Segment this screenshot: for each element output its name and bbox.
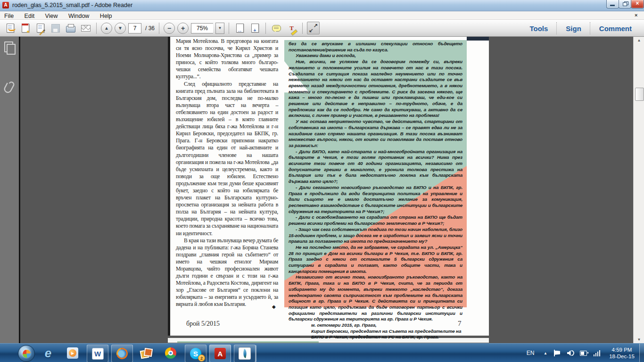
page-thumbnails-button[interactable]	[0, 37, 19, 60]
down-arrow-icon: ▼	[118, 25, 123, 31]
article-left-column: Мария Мотейлова. В предговора на книгата…	[176, 38, 278, 308]
menu-window[interactable]: Window	[64, 12, 93, 19]
fit-width-button[interactable]: ↔	[233, 22, 246, 35]
menu-help[interactable]: Help	[96, 12, 116, 19]
sticky-note-button[interactable]	[270, 22, 283, 35]
zoom-level-input[interactable]: 75%	[191, 23, 213, 33]
menu-bar: File Edit View Window Help ×	[0, 11, 644, 20]
highlight-text-button[interactable]: T	[285, 22, 298, 35]
fill-sign-button[interactable]	[34, 22, 47, 35]
window-titlebar[interactable]: A roden_glas_5.2015_small.pdf - Adobe Re…	[0, 0, 644, 11]
article-paragraph: Мария Мотейлова. В предговора на книгата…	[176, 38, 278, 81]
battery-icon[interactable]	[577, 344, 589, 362]
fit-width-icon: ↔	[236, 24, 244, 33]
taskbar-media-player[interactable]: ▶	[62, 345, 83, 362]
previous-page-button[interactable]: ▲	[101, 23, 112, 34]
cropped-photo-edge	[467, 37, 489, 41]
open-file-icon	[7, 24, 14, 33]
letter-color-block: без да се впускаме в излишни спекулации …	[284, 40, 467, 307]
taskbar-skype[interactable]: S 2	[185, 345, 206, 362]
taskbar-photoshop[interactable]	[234, 345, 256, 362]
volume-icon[interactable]	[564, 344, 576, 362]
fit-page-button[interactable]: +	[248, 22, 261, 35]
toolbar-separator	[96, 23, 97, 34]
page-total-label: / 36	[145, 25, 155, 32]
window-title: roden_glas_5.2015_small.pdf - Adobe Read…	[12, 2, 132, 8]
show-desktop-button[interactable]	[639, 344, 644, 362]
tools-panel-tabs: Tools Sign Comment	[521, 20, 640, 37]
tray-expand-arrow[interactable]: ▲	[540, 344, 551, 362]
toolbar-close-icon[interactable]: ×	[635, 12, 637, 18]
zoom-in-button[interactable]: +	[177, 23, 189, 34]
firefox-icon	[115, 346, 130, 362]
email-button[interactable]	[79, 22, 92, 35]
sticky-note-icon	[272, 25, 281, 32]
article-paragraph: В края на тази вълнуваща вечер думата бе…	[176, 237, 278, 308]
language-indicator[interactable]: EN	[522, 344, 538, 362]
network-signal-icon[interactable]	[590, 344, 603, 362]
menu-view[interactable]: View	[41, 12, 62, 19]
letter-paragraph: - Защо чак сега собственикът повдига по …	[289, 227, 462, 245]
chevron-down-icon: ▼	[218, 26, 222, 30]
taskbar-photo-viewer[interactable]	[136, 345, 157, 362]
internet-explorer-icon: e	[45, 346, 51, 361]
create-pdf-icon: ★	[22, 24, 29, 33]
sign-tab[interactable]: Sign	[557, 25, 590, 33]
taskbar-internet-explorer[interactable]: e	[38, 345, 58, 362]
letter-paragraph: - Дали с освобождаването на сградата от …	[289, 214, 462, 226]
page-number-input[interactable]: 7	[128, 23, 141, 33]
paperclip-icon	[4, 80, 15, 94]
clock-date: 18-Dec-15	[609, 353, 635, 360]
fullscreen-button[interactable]: ↗ ↙	[307, 22, 320, 34]
open-file-button[interactable]	[4, 22, 17, 35]
pdf-page: Мария Мотейлова. В предговора на книгата…	[168, 37, 489, 336]
comment-tab[interactable]: Comment	[591, 25, 640, 33]
letter-paragraph: без да се впускаме в излишни спекулации …	[289, 41, 462, 53]
letter-signature: Кирил Беровски, председател на Съвета на…	[311, 329, 462, 340]
issue-label: брой 5/2015	[186, 320, 220, 328]
toolbar-separator	[302, 23, 303, 34]
minimize-icon	[610, 5, 615, 6]
close-button[interactable]: ×	[631, 0, 644, 8]
scroll-down-icon[interactable]: ▼	[634, 337, 644, 342]
zoom-out-button[interactable]: −	[164, 23, 175, 34]
fullscreen-icon: ↗	[314, 23, 318, 28]
media-player-icon: ▶	[67, 347, 78, 359]
restore-button[interactable]	[619, 0, 631, 8]
zoom-dropdown-button[interactable]: ▼	[215, 23, 224, 34]
letter-date-line: м. октомври 2015, гр. Прага,	[311, 322, 462, 329]
letter-paragraph: Ние, всички, не успяхме да се договорим …	[289, 59, 462, 119]
up-arrow-icon: ▲	[104, 25, 109, 31]
action-center-icon[interactable]	[552, 344, 563, 362]
next-page-button[interactable]: ▼	[115, 23, 126, 34]
start-button[interactable]	[18, 345, 35, 362]
toolbar-separator	[265, 23, 266, 34]
attachments-button[interactable]	[4, 80, 15, 96]
minimize-button[interactable]	[606, 0, 619, 8]
windows-logo-icon	[22, 349, 31, 358]
windows-taskbar: e ▶ W S 2 A EN ▲	[0, 343, 644, 362]
pane-divider[interactable]	[19, 37, 20, 343]
vertical-scrollbar[interactable]: ▲ ▼	[633, 37, 644, 343]
print-icon	[66, 26, 75, 33]
print-button[interactable]	[64, 22, 77, 35]
save-button[interactable]	[49, 22, 62, 35]
tools-tab[interactable]: Tools	[521, 25, 556, 33]
menu-edit[interactable]: Edit	[20, 12, 39, 19]
taskbar-word[interactable]: W	[87, 345, 108, 362]
taskbar-firefox[interactable]	[111, 345, 133, 362]
close-icon: ×	[636, 0, 639, 7]
article-paragraph: След официалното представяне на книгата …	[176, 81, 278, 237]
create-pdf-button[interactable]: ★	[19, 22, 32, 35]
taskbar-adobe-reader[interactable]: A	[209, 345, 231, 362]
word-icon: W	[92, 348, 104, 360]
navigation-pane	[0, 37, 19, 343]
scroll-up-icon[interactable]: ▲	[634, 38, 644, 42]
fill-sign-icon	[37, 24, 44, 33]
chrome-icon	[165, 347, 176, 359]
taskbar-clock[interactable]: 4:59 PM 18-Dec-15	[605, 344, 638, 362]
scrollbar-thumb[interactable]	[635, 88, 644, 101]
document-viewport: Мария Мотейлова. В предговора на книгата…	[0, 37, 644, 343]
taskbar-chrome[interactable]	[160, 345, 181, 362]
menu-file[interactable]: File	[0, 12, 18, 19]
